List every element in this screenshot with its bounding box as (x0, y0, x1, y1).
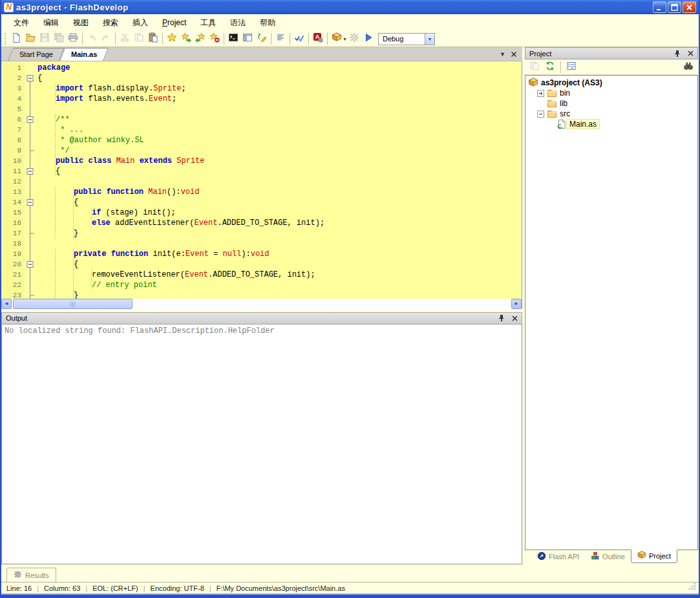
tree-item-bin[interactable]: bin (525, 88, 697, 98)
toolbar-separator (271, 33, 271, 45)
pin-icon[interactable] (673, 49, 682, 58)
resize-grip[interactable] (688, 582, 697, 592)
scrollbar-track[interactable] (12, 299, 511, 309)
window-controls (653, 1, 696, 13)
paste-button[interactable] (146, 32, 160, 46)
settings-gear-button[interactable] (347, 32, 361, 46)
copy-path-icon (529, 61, 540, 74)
new-file-button[interactable] (9, 32, 23, 46)
save-all-button[interactable] (52, 32, 66, 46)
line-number: 12 (1, 176, 25, 187)
undo-icon (87, 32, 97, 45)
menu-insert[interactable]: 插入 (125, 16, 155, 30)
tab-flash-api[interactable]: Flash API (531, 550, 585, 564)
code-text: { (35, 73, 522, 83)
tree-item-label: as3project (AS3) (538, 78, 605, 87)
code-editor[interactable]: 1package2{3import flash.display.Sprite;4… (1, 61, 522, 299)
toggle-bookmark-button[interactable] (165, 32, 179, 46)
folder-icon (546, 98, 557, 109)
editor-horizontal-scrollbar[interactable]: ◄ ► (1, 299, 522, 309)
refresh-project-button[interactable] (543, 61, 557, 74)
code-text: public function Main():void (35, 187, 522, 197)
layout-panels-button[interactable] (240, 32, 255, 46)
prev-bookmark-button[interactable] (193, 32, 207, 46)
code-line: 1package (1, 63, 522, 73)
debug-mode-select[interactable]: Debug▼ (378, 33, 435, 45)
open-file-button[interactable] (23, 32, 37, 46)
fold-marker[interactable] (25, 197, 35, 208)
close-button[interactable] (683, 1, 696, 13)
scroll-right-button[interactable]: ► (511, 299, 522, 309)
tab-results[interactable]: Results (6, 568, 56, 582)
fold-marker[interactable] (25, 114, 35, 125)
status-item: Column: 63 (39, 584, 85, 592)
console-button[interactable] (226, 32, 240, 46)
tree-item-lib[interactable]: lib (525, 98, 697, 109)
menu-edit[interactable]: 编辑 (36, 16, 66, 30)
debug-run-button[interactable] (361, 32, 376, 46)
status-item: Encoding: UTF-8 (145, 584, 209, 592)
as-file-icon (556, 119, 567, 129)
app-logo-icon: N (4, 3, 14, 12)
build-project-button[interactable] (330, 32, 344, 46)
folder-icon (546, 109, 557, 119)
pin-icon[interactable] (497, 314, 506, 323)
tab-outline[interactable]: Outline (585, 550, 631, 564)
line-number: 22 (1, 280, 25, 290)
tab-list-dropdown-icon[interactable]: ▼ (500, 51, 505, 58)
output-content[interactable]: No localized string found: FlashAPI.Desc… (1, 325, 522, 565)
code-text: { (35, 166, 522, 176)
maximize-button[interactable] (668, 1, 681, 13)
project-properties-button[interactable] (564, 61, 578, 74)
expander-minus-icon[interactable] (537, 111, 544, 118)
menu-view[interactable]: 视图 (66, 16, 96, 30)
menu-project[interactable]: Project (155, 16, 193, 29)
menu-tools[interactable]: 工具 (193, 16, 223, 30)
menu-help[interactable]: 帮助 (253, 16, 282, 30)
check-syntax-button[interactable] (292, 32, 306, 46)
menu-syntax[interactable]: 语法 (223, 16, 253, 30)
redo-button[interactable] (99, 32, 113, 46)
find-in-project-button[interactable] (681, 61, 695, 74)
build-project-icon (332, 32, 342, 45)
tree-item-main-as[interactable]: Main.as (525, 119, 697, 129)
menu-search[interactable]: 搜索 (96, 16, 125, 30)
expander-plus-icon[interactable] (537, 90, 544, 97)
cut-button[interactable] (118, 32, 132, 46)
close-panel-icon[interactable] (686, 49, 695, 58)
tab-main-as[interactable]: Main.as (62, 48, 106, 61)
line-number: 15 (1, 208, 25, 218)
close-document-icon[interactable] (511, 48, 517, 60)
edit-snippet-button[interactable] (255, 32, 269, 46)
save-button[interactable] (37, 32, 52, 46)
tab-project[interactable]: Project (631, 550, 677, 563)
tree-item-as3project[interactable]: as3project (AS3) (525, 78, 697, 88)
minimize-button[interactable] (653, 1, 666, 13)
asdoc-generator-button[interactable]: A (311, 32, 325, 46)
scrollbar-thumb[interactable] (13, 299, 133, 309)
copy-path-button[interactable] (527, 61, 542, 74)
code-text: { (35, 197, 522, 208)
clear-bookmarks-button[interactable] (207, 32, 222, 46)
menu-file[interactable]: 文件 (6, 16, 36, 30)
edit-snippet-icon (257, 32, 267, 45)
tree-item-src[interactable]: src (525, 109, 697, 119)
chevron-down-icon[interactable]: ▼ (425, 34, 434, 45)
copy-icon (134, 32, 144, 45)
fold-marker[interactable] (25, 259, 35, 270)
close-panel-icon[interactable] (510, 314, 519, 323)
copy-button[interactable] (132, 32, 146, 46)
cut-icon (120, 32, 130, 45)
next-bookmark-button[interactable] (179, 32, 193, 46)
toolbar-separator (224, 33, 224, 45)
fold-marker[interactable] (25, 166, 35, 176)
undo-button[interactable] (85, 32, 99, 46)
line-number: 6 (1, 114, 25, 125)
tab-start-page[interactable]: Start Page (10, 48, 62, 61)
tab-label: Start Page (19, 50, 53, 58)
scroll-left-button[interactable]: ◄ (1, 299, 12, 309)
print-button[interactable] (66, 32, 80, 46)
chevron-down-icon[interactable]: ▼ (343, 37, 347, 41)
reformat-code-button[interactable] (273, 32, 288, 46)
fold-marker[interactable] (25, 73, 35, 83)
